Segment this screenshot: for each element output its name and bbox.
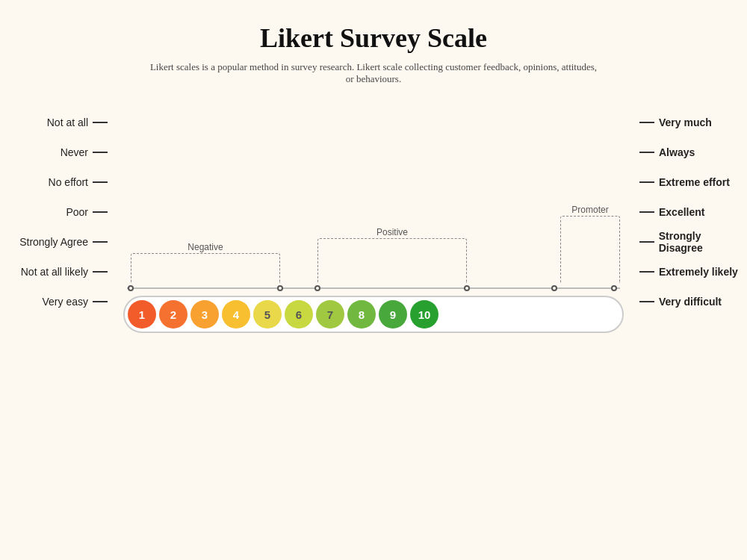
scale-section: Not at all Never No effort Poor Strongly…	[0, 108, 747, 361]
bubble-10[interactable]: 10	[410, 300, 438, 329]
page-description: Likert scales is a popular method in sur…	[149, 61, 598, 85]
bubble-8[interactable]: 8	[347, 300, 376, 329]
right-label-very-difficult: Very difficult	[627, 287, 747, 317]
dash-r1	[639, 122, 654, 123]
dash-r6	[639, 271, 654, 273]
dash-r2	[639, 152, 654, 153]
promoter-label: Promoter	[571, 205, 608, 215]
bubble-container: 1 2 3 4 5 6 7 8 9 10	[123, 296, 624, 333]
dash-r3	[639, 181, 654, 183]
negative-label: Negative	[187, 242, 223, 252]
right-label-excellent: Excellent	[627, 197, 747, 227]
right-labels: Very much Always Extreme effort Excellen…	[627, 108, 747, 317]
bubble-9[interactable]: 9	[379, 300, 407, 329]
page: Likert Survey Scale Likert scales is a p…	[0, 0, 747, 560]
negative-bracket: Negative	[131, 253, 280, 283]
tick-5	[611, 285, 617, 291]
left-label-not-at-all-likely: Not at all likely	[0, 257, 120, 287]
dash-r7	[639, 301, 654, 302]
dash-r4	[639, 211, 654, 213]
bubble-2[interactable]: 2	[159, 300, 187, 329]
left-labels: Not at all Never No effort Poor Strongly…	[0, 108, 120, 317]
dash-1	[93, 122, 108, 123]
dash-5	[93, 241, 108, 243]
dash-r5	[639, 241, 654, 243]
bubbles-row: 1 2 3 4 5 6 7 8 9 10	[120, 296, 627, 333]
dash-6	[93, 271, 108, 273]
left-label-never: Never	[0, 137, 120, 167]
tick-3	[464, 285, 470, 291]
right-label-strongly-disagree: Strongly Disagree	[627, 227, 747, 257]
left-label-poor: Poor	[0, 197, 120, 227]
bubble-1[interactable]: 1	[128, 300, 156, 329]
bubble-7[interactable]: 7	[316, 300, 344, 329]
right-label-extremely-likely: Extremely likely	[627, 257, 747, 287]
diagram-area: Negative Positive Promoter	[120, 108, 627, 361]
bubble-3[interactable]: 3	[190, 300, 219, 329]
left-label-strongly-agree: Strongly Agree	[0, 227, 120, 257]
header: Likert Survey Scale Likert scales is a p…	[0, 22, 747, 85]
promoter-bracket: Promoter	[560, 216, 620, 283]
scale-line-row	[120, 281, 627, 296]
tick-0	[128, 285, 134, 291]
bubble-track: 1 2 3 4 5 6 7 8 9 10	[120, 296, 627, 333]
dash-7	[93, 301, 108, 302]
tick-1	[277, 285, 283, 291]
bubble-4[interactable]: 4	[222, 300, 250, 329]
tick-4	[551, 285, 557, 291]
bubble-6[interactable]: 6	[285, 300, 313, 329]
right-label-extreme-effort: Extreme effort	[627, 167, 747, 197]
left-label-not-at-all: Not at all	[0, 108, 120, 137]
left-label-very-easy: Very easy	[0, 287, 120, 317]
right-label-very-much: Very much	[627, 108, 747, 137]
bubble-5[interactable]: 5	[253, 300, 282, 329]
positive-label: Positive	[376, 227, 408, 237]
positive-bracket: Positive	[317, 238, 467, 283]
page-title: Likert Survey Scale	[0, 22, 747, 54]
right-label-always: Always	[627, 137, 747, 167]
dash-4	[93, 211, 108, 213]
scale-line	[127, 287, 620, 289]
dash-3	[93, 181, 108, 183]
tick-2	[314, 285, 320, 291]
left-label-no-effort: No effort	[0, 167, 120, 197]
dash-2	[93, 152, 108, 153]
